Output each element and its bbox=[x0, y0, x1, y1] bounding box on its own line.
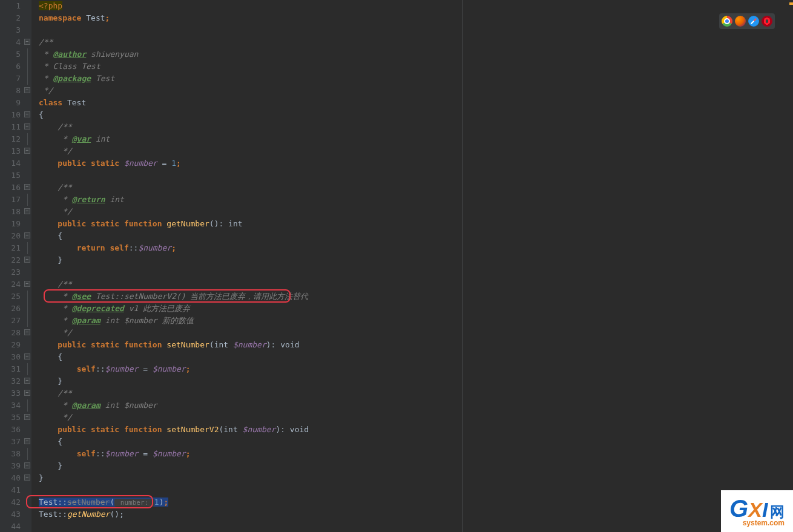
fold-icon[interactable]: − bbox=[24, 184, 30, 190]
code-line[interactable] bbox=[39, 169, 462, 182]
browser-preview-toolbar bbox=[719, 13, 775, 29]
code-line[interactable]: * Class Test bbox=[39, 61, 462, 73]
gutter-row: 1 bbox=[0, 0, 31, 12]
code-line[interactable]: */ bbox=[39, 327, 462, 339]
code-line[interactable] bbox=[39, 521, 462, 532]
fold-end-icon[interactable]: − bbox=[24, 475, 30, 481]
code-line[interactable]: */ bbox=[39, 206, 462, 218]
fold-end-icon[interactable]: − bbox=[24, 257, 30, 263]
code-line[interactable]: { bbox=[39, 230, 462, 242]
fold-icon[interactable]: − bbox=[24, 438, 30, 444]
code-line[interactable]: Test::getNumber(); bbox=[39, 508, 462, 521]
code-line[interactable] bbox=[39, 24, 462, 36]
fold-end-icon[interactable]: − bbox=[24, 87, 30, 93]
code-line[interactable]: * @author shiwenyuan bbox=[39, 48, 462, 61]
opera-icon[interactable] bbox=[762, 16, 772, 27]
code-line[interactable]: /** bbox=[39, 121, 462, 133]
code-line[interactable]: namespace Test; bbox=[39, 12, 462, 24]
fold-end-icon[interactable]: − bbox=[24, 329, 30, 335]
code-line[interactable]: */ bbox=[39, 412, 462, 424]
code-line[interactable] bbox=[39, 266, 462, 278]
code-area[interactable]: <?php namespace Test; /** * @author shiw… bbox=[31, 0, 793, 532]
fold-icon[interactable]: − bbox=[24, 281, 30, 287]
chrome-icon[interactable] bbox=[722, 16, 732, 27]
code-line[interactable]: } bbox=[39, 375, 462, 387]
code-line[interactable]: */ bbox=[39, 145, 462, 157]
code-line[interactable]: /** bbox=[39, 36, 462, 48]
code-line[interactable]: { bbox=[39, 351, 462, 363]
code-line[interactable]: self::$number = $number; bbox=[39, 448, 462, 460]
code-line[interactable]: public static function setNumberV2(int $… bbox=[39, 424, 462, 436]
fold-end-icon[interactable]: − bbox=[24, 208, 30, 214]
fold-end-icon[interactable]: − bbox=[24, 378, 30, 384]
code-line[interactable]: } bbox=[39, 460, 462, 472]
code-line[interactable]: { bbox=[39, 109, 462, 121]
code-line[interactable]: * @package Test bbox=[39, 73, 462, 85]
safari-icon[interactable] bbox=[748, 16, 759, 27]
fold-icon[interactable]: − bbox=[24, 39, 30, 45]
code-line[interactable]: public static $number = 1; bbox=[39, 157, 462, 169]
fold-icon[interactable]: − bbox=[24, 353, 30, 360]
fold-end-icon[interactable]: − bbox=[24, 462, 30, 468]
site-watermark: GXI 网 system.com bbox=[721, 490, 793, 532]
code-line[interactable]: } bbox=[39, 472, 462, 484]
code-line[interactable]: * @var int bbox=[39, 133, 462, 145]
code-line[interactable]: /** bbox=[39, 182, 462, 194]
code-line[interactable]: { bbox=[39, 436, 462, 448]
minimap-warning-marker[interactable] bbox=[789, 2, 793, 5]
fold-icon[interactable]: − bbox=[24, 390, 30, 396]
code-line[interactable]: */ bbox=[39, 85, 462, 97]
code-line[interactable]: return self::$number; bbox=[39, 242, 462, 254]
fold-end-icon[interactable]: − bbox=[24, 148, 30, 154]
code-line[interactable] bbox=[39, 484, 462, 496]
code-line[interactable]: self::$number = $number; bbox=[39, 363, 462, 375]
code-line[interactable]: * @deprecated v1 此方法已废弃 bbox=[39, 303, 462, 315]
code-line[interactable]: Test::setNumber( number: 1); bbox=[39, 496, 462, 508]
fold-end-icon[interactable]: − bbox=[24, 414, 30, 420]
code-line[interactable]: <?php bbox=[39, 0, 462, 12]
firefox-icon[interactable] bbox=[735, 16, 746, 27]
code-line[interactable]: /** bbox=[39, 387, 462, 399]
code-line[interactable]: public static function getNumber(): int bbox=[39, 218, 462, 230]
code-line[interactable]: * @param int $number 新的数值 bbox=[39, 315, 462, 327]
code-line[interactable]: * @see Test::setNumberV2() 当前方法已废弃，请用此方法… bbox=[39, 291, 462, 303]
code-line[interactable]: class Test bbox=[39, 97, 462, 109]
fold-icon[interactable]: − bbox=[24, 111, 30, 117]
code-line[interactable]: * @param int $number bbox=[39, 399, 462, 412]
code-line[interactable]: * @return int bbox=[39, 194, 462, 206]
line-gutter: 1 2 3 4− 5 6 7 8− 9 10− 11− 12 13− 14 15… bbox=[0, 0, 31, 532]
code-line[interactable]: /** bbox=[39, 278, 462, 291]
fold-icon[interactable]: − bbox=[24, 232, 30, 238]
code-line[interactable]: } bbox=[39, 254, 462, 266]
code-line[interactable]: public static function setNumber(int $nu… bbox=[39, 339, 462, 351]
fold-icon[interactable]: − bbox=[24, 123, 30, 130]
code-editor: 1 2 3 4− 5 6 7 8− 9 10− 11− 12 13− 14 15… bbox=[0, 0, 793, 532]
